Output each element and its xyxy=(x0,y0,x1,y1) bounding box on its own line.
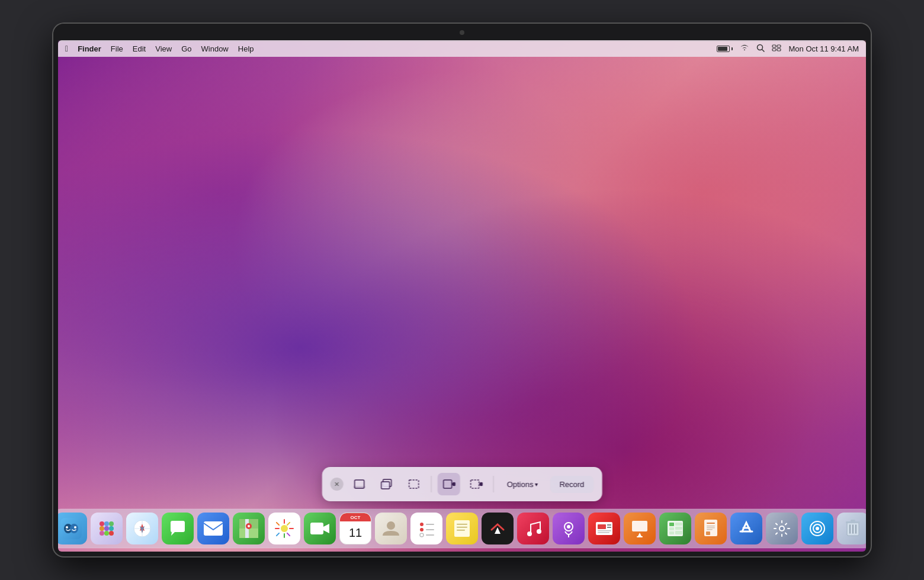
record-selection-button[interactable] xyxy=(465,473,487,495)
svg-point-42 xyxy=(281,525,288,532)
search-icon[interactable] xyxy=(756,44,765,54)
svg-marker-76 xyxy=(638,533,641,536)
dock-item-notes[interactable] xyxy=(446,513,478,544)
svg-rect-71 xyxy=(607,524,611,526)
record-button[interactable]: Record xyxy=(550,476,593,493)
svg-rect-2 xyxy=(772,45,776,47)
dock-item-trash[interactable] xyxy=(837,513,866,544)
svg-rect-9 xyxy=(381,482,390,489)
svg-rect-63 xyxy=(457,530,465,531)
svg-rect-55 xyxy=(426,524,434,525)
menubar-right: Mon Oct 11 9:41 AM xyxy=(717,44,859,54)
svg-rect-5 xyxy=(777,49,781,51)
screenshot-toolbar: ✕ xyxy=(322,467,602,501)
dock-item-messages[interactable] xyxy=(162,513,194,544)
view-menu[interactable]: View xyxy=(155,44,172,53)
dock-item-aircall[interactable] xyxy=(801,513,833,544)
window-menu[interactable]: Window xyxy=(201,44,229,53)
file-menu[interactable]: File xyxy=(111,44,123,53)
svg-rect-48 xyxy=(286,521,290,526)
battery-tip xyxy=(732,47,733,50)
dock-item-news[interactable] xyxy=(588,513,620,544)
menubar-left:  Finder File Edit View Go Window Help xyxy=(65,44,717,53)
finder-menu[interactable]: Finder xyxy=(78,44,101,53)
dock-item-system-preferences[interactable] xyxy=(766,513,798,544)
svg-rect-80 xyxy=(669,527,674,530)
svg-rect-61 xyxy=(457,524,467,525)
svg-point-64 xyxy=(527,531,532,536)
svg-rect-62 xyxy=(457,527,467,528)
dock-item-appletv[interactable] xyxy=(482,513,514,544)
options-button[interactable]: Options ▾ xyxy=(500,476,546,493)
dock-item-appstore[interactable] xyxy=(730,513,762,544)
dock-item-numbers[interactable] xyxy=(659,513,691,544)
svg-point-58 xyxy=(420,533,424,537)
svg-line-1 xyxy=(762,49,765,51)
dock-item-pages[interactable] xyxy=(695,513,727,544)
svg-rect-49 xyxy=(275,532,280,536)
dock-item-safari[interactable] xyxy=(126,513,158,544)
go-menu[interactable]: Go xyxy=(181,44,191,53)
datetime-display: Mon Oct 11 9:41 AM xyxy=(788,44,859,53)
svg-rect-11 xyxy=(444,480,452,488)
svg-rect-57 xyxy=(426,529,434,530)
edit-menu[interactable]: Edit xyxy=(133,44,146,53)
capture-window-button[interactable] xyxy=(376,473,398,495)
svg-rect-72 xyxy=(607,527,611,528)
svg-rect-94 xyxy=(781,520,782,523)
close-button[interactable]: ✕ xyxy=(331,478,344,491)
options-chevron-icon: ▾ xyxy=(535,481,538,488)
svg-point-21 xyxy=(74,526,76,529)
camera xyxy=(460,30,464,35)
svg-point-29 xyxy=(104,531,109,536)
svg-rect-3 xyxy=(777,45,781,47)
dock-item-calendar[interactable]: OCT 11 xyxy=(339,513,371,544)
svg-rect-86 xyxy=(707,523,715,524)
svg-rect-89 xyxy=(707,529,713,530)
svg-rect-75 xyxy=(632,521,647,531)
svg-rect-88 xyxy=(707,527,715,529)
svg-marker-52 xyxy=(323,524,329,533)
svg-point-19 xyxy=(70,524,78,533)
svg-point-20 xyxy=(66,526,68,529)
dock-item-podcasts[interactable] xyxy=(553,513,585,544)
capture-selection-button[interactable] xyxy=(403,473,425,495)
svg-point-26 xyxy=(104,526,109,531)
dock-item-launchpad[interactable] xyxy=(91,513,123,544)
svg-point-24 xyxy=(109,521,114,526)
svg-rect-82 xyxy=(675,523,682,526)
svg-point-104 xyxy=(816,527,819,530)
svg-rect-47 xyxy=(275,521,280,526)
dock-item-maps[interactable] xyxy=(233,513,265,544)
svg-rect-79 xyxy=(669,523,674,526)
svg-point-93 xyxy=(780,527,784,530)
dock: OCT 11 xyxy=(58,509,866,548)
dock-item-contacts[interactable] xyxy=(375,513,407,544)
dock-item-mail[interactable] xyxy=(197,513,229,544)
svg-rect-46 xyxy=(289,528,294,529)
dock-item-music[interactable] xyxy=(517,513,549,544)
svg-rect-45 xyxy=(275,528,280,529)
record-screen-button[interactable] xyxy=(438,473,460,495)
svg-rect-87 xyxy=(707,526,715,527)
svg-point-65 xyxy=(537,529,541,534)
apple-logo-icon[interactable]:  xyxy=(65,44,68,53)
svg-rect-83 xyxy=(675,527,682,530)
dock-item-reminders[interactable] xyxy=(410,513,442,544)
svg-rect-59 xyxy=(426,534,434,536)
svg-point-22 xyxy=(100,521,104,526)
dock-item-keynote[interactable] xyxy=(624,513,656,544)
control-center-icon[interactable] xyxy=(772,44,781,53)
svg-point-56 xyxy=(420,528,424,531)
svg-rect-81 xyxy=(669,531,674,534)
svg-rect-84 xyxy=(675,531,682,534)
help-menu[interactable]: Help xyxy=(238,44,254,53)
toolbar-separator-1 xyxy=(431,476,432,492)
svg-rect-60 xyxy=(454,520,470,537)
dock-item-facetime[interactable] xyxy=(304,513,336,544)
svg-rect-50 xyxy=(286,532,290,536)
dock-item-photos[interactable] xyxy=(268,513,300,544)
dock-item-finder[interactable] xyxy=(58,513,87,544)
svg-rect-70 xyxy=(598,524,606,529)
capture-fullscreen-button[interactable] xyxy=(348,473,371,495)
